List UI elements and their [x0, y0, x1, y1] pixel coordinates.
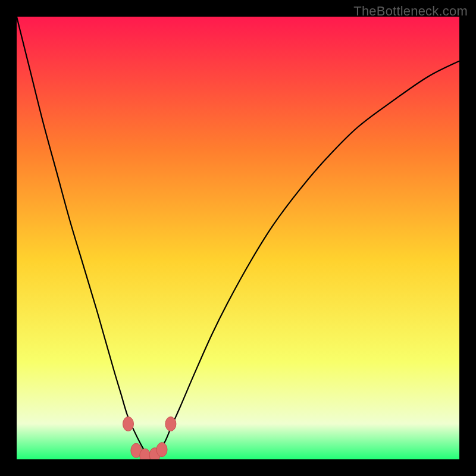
curve-marker	[156, 443, 167, 457]
gradient-background	[17, 17, 459, 459]
curve-marker	[123, 416, 133, 431]
plot-area	[17, 17, 459, 459]
curve-marker	[165, 416, 176, 431]
bottleneck-chart	[17, 17, 459, 459]
chart-frame: TheBottleneck.com	[0, 0, 476, 476]
curve-marker	[140, 449, 151, 459]
watermark-text: TheBottleneck.com	[353, 4, 468, 19]
